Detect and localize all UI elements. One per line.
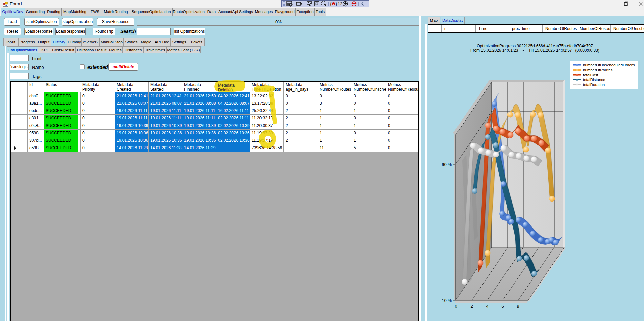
svg-text:0: 0 bbox=[455, 304, 457, 309]
svg-text:numberOfUnscheduledOrders: numberOfUnscheduledOrders bbox=[583, 63, 635, 67]
svg-text:-10 %: -10 % bbox=[440, 298, 452, 303]
svg-text:12: 12 bbox=[338, 2, 342, 6]
svg-text:6: 6 bbox=[501, 304, 504, 309]
svg-text:{: { bbox=[330, 1, 332, 6]
svg-text:x: x bbox=[333, 3, 335, 6]
svg-text:90 %: 90 % bbox=[442, 162, 452, 167]
svg-text:}: } bbox=[336, 1, 337, 6]
svg-text:4: 4 bbox=[486, 304, 488, 309]
svg-text:2: 2 bbox=[470, 304, 473, 309]
svg-text:8: 8 bbox=[517, 304, 519, 309]
